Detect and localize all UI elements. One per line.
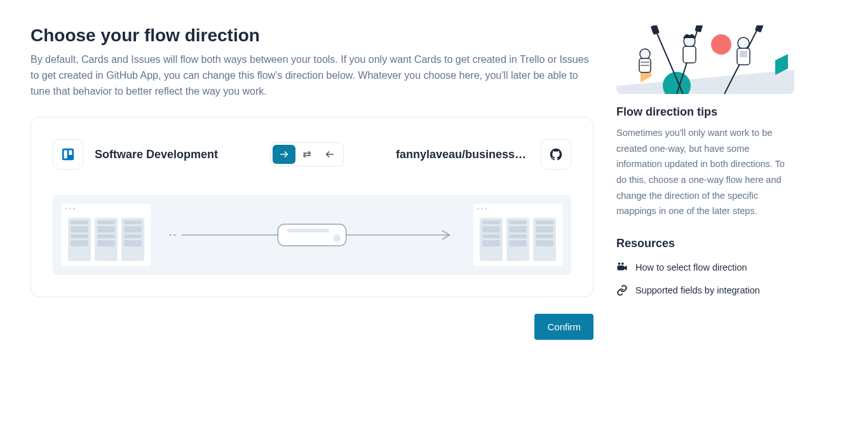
- flow-card: Software Development: [31, 117, 593, 297]
- resource-label: How to select flow direction: [635, 262, 747, 272]
- dest-endpoint: fannylaveau/businessre…: [396, 139, 571, 170]
- dest-label: fannylaveau/businessre…: [396, 148, 529, 161]
- svg-point-14: [663, 72, 691, 94]
- resource-label: Supported fields by integration: [635, 285, 760, 295]
- tips-heading: Flow direction tips: [616, 105, 794, 119]
- svg-rect-1: [64, 151, 67, 159]
- resource-link[interactable]: Supported fields by integration: [616, 285, 794, 296]
- direction-left-button[interactable]: [318, 145, 341, 164]
- svg-point-30: [738, 37, 749, 49]
- trello-icon: [53, 139, 83, 170]
- svg-point-24: [640, 49, 650, 59]
- confirm-button[interactable]: Confirm: [534, 314, 593, 340]
- flow-arrow: [157, 219, 467, 251]
- svg-rect-33: [618, 266, 625, 271]
- video-icon: [616, 262, 628, 273]
- svg-point-35: [621, 262, 624, 265]
- resource-video[interactable]: How to select flow direction: [616, 262, 794, 273]
- direction-right-button[interactable]: [273, 145, 295, 164]
- tips-text: Sometimes you'll only want work to be cr…: [616, 125, 794, 219]
- source-label: Software Development: [95, 148, 218, 161]
- direction-both-button[interactable]: [295, 145, 318, 164]
- source-board-preview: [62, 204, 151, 266]
- svg-rect-29: [683, 46, 696, 63]
- svg-point-34: [618, 262, 621, 265]
- dest-board-preview: [473, 204, 562, 266]
- page-title: Choose your flow direction: [31, 25, 593, 46]
- svg-point-15: [711, 34, 731, 55]
- github-icon: [541, 139, 571, 170]
- svg-rect-2: [69, 151, 72, 155]
- svg-rect-32: [740, 51, 747, 57]
- svg-rect-21: [695, 25, 703, 32]
- tips-illustration: [616, 25, 794, 94]
- svg-rect-19: [651, 25, 660, 35]
- link-icon: [616, 285, 628, 296]
- svg-point-11: [333, 234, 341, 242]
- svg-rect-10: [287, 229, 329, 232]
- source-endpoint: Software Development: [53, 139, 218, 170]
- flow-diagram: [53, 195, 571, 275]
- direction-toggle: [270, 142, 344, 166]
- resources-heading: Resources: [616, 237, 794, 250]
- page-description: By default, Cards and Issues will flow b…: [31, 52, 593, 99]
